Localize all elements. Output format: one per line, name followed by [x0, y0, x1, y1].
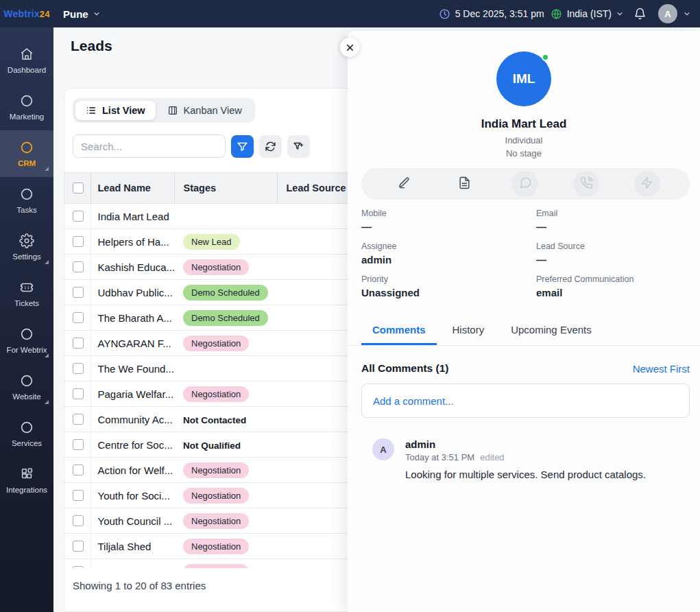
lead-name-cell[interactable]: The We Found...: [90, 356, 174, 381]
lead-name-cell[interactable]: Community Ac...: [90, 407, 174, 432]
lead-detail-panel: IML India Mart Lead Individual No stage …: [348, 31, 700, 612]
select-all-checkbox[interactable]: [73, 183, 84, 193]
comment-text: Looking for multiple services. Send prod…: [405, 469, 646, 480]
list-view-button[interactable]: List View: [75, 101, 156, 120]
timezone-selector[interactable]: India (IST): [551, 8, 623, 20]
sidebar-item-marketing[interactable]: Marketing: [0, 84, 53, 130]
lead-name-cell[interactable]: Tiljala Shed: [90, 534, 174, 559]
stage-badge: Negostiation: [183, 513, 249, 529]
lightning-icon: [640, 176, 653, 191]
stage-badge: Negostiation: [183, 336, 249, 351]
lead-name-cell[interactable]: Pagaria Welfar...: [90, 381, 174, 407]
lead-name-cell[interactable]: Helpers of Ha...: [90, 229, 174, 255]
lead-avatar: IML: [496, 51, 551, 106]
tab-history[interactable]: History: [442, 317, 496, 345]
row-checkbox[interactable]: [73, 287, 84, 298]
row-checkbox[interactable]: [73, 464, 84, 475]
sidebar-item-integrations[interactable]: Integrations: [0, 457, 53, 504]
kanban-view-button[interactable]: Kanban View: [157, 101, 252, 120]
filter-button[interactable]: [231, 135, 254, 158]
stage-cell: Not Contacted: [174, 407, 277, 432]
row-checkbox[interactable]: [73, 261, 84, 272]
user-avatar[interactable]: A: [658, 4, 677, 23]
row-checkbox[interactable]: [73, 439, 84, 450]
circle-icon: [19, 140, 34, 155]
row-checkbox[interactable]: [73, 211, 84, 222]
row-checkbox[interactable]: [73, 414, 84, 425]
lead-stage: No stage: [506, 148, 542, 158]
location-selector[interactable]: Pune: [63, 8, 100, 20]
detail-tabs: CommentsHistoryUpcoming Events: [348, 317, 700, 346]
field-value: —: [536, 221, 690, 233]
field-value: —: [361, 221, 536, 233]
document-icon: [458, 176, 471, 191]
app-logo[interactable]: Webtrix24: [3, 8, 49, 19]
stage-cell: Not Qualified: [174, 432, 277, 458]
lead-name-cell[interactable]: Action for Welf...: [90, 458, 174, 483]
close-panel-button[interactable]: [340, 38, 359, 57]
row-checkbox[interactable]: [73, 541, 84, 552]
sidebar-item-label: Dashboard: [8, 66, 46, 75]
tab-upcoming-events[interactable]: Upcoming Events: [500, 317, 603, 345]
sidebar-item-label: Website: [12, 392, 40, 401]
lead-name-cell[interactable]: AYNGARAN F...: [90, 331, 174, 356]
row-checkbox[interactable]: [73, 388, 84, 399]
field-preferred-communication: Preferred Communicationemail: [536, 274, 690, 298]
sidebar-item-services[interactable]: Services: [0, 410, 53, 457]
app-window: Webtrix24 Pune 5 Dec 2025, 3:51 pm India…: [0, 0, 700, 612]
document-action-button[interactable]: [452, 171, 478, 197]
gear-icon: [19, 233, 34, 248]
row-checkbox[interactable]: [73, 363, 84, 374]
comment-timestamp: Today at 3:51 PMedited: [405, 452, 646, 462]
lead-name-cell[interactable]: Centre for Soc...: [90, 432, 174, 458]
lead-name-cell[interactable]: Youth for Soci...: [90, 483, 174, 508]
row-checkbox[interactable]: [73, 312, 84, 323]
lead-name-cell[interactable]: India Mart Lead: [90, 204, 174, 229]
add-comment-input[interactable]: Add a comment...: [361, 384, 690, 418]
lead-type: Individual: [505, 135, 543, 145]
stage-text: Not Contacted: [183, 415, 246, 425]
row-checkbox[interactable]: [73, 515, 84, 526]
stage-cell: [174, 356, 277, 381]
sidebar-item-crm[interactable]: CRM: [0, 130, 53, 177]
sidebar-item-for-webtrix[interactable]: For Webtrix: [0, 317, 53, 364]
lead-name-cell[interactable]: [90, 559, 174, 569]
lead-name-cell[interactable]: Kashish Educa...: [90, 255, 174, 280]
chevron-down-icon[interactable]: [684, 10, 690, 17]
search-input[interactable]: [73, 134, 226, 158]
sidebar-item-label: For Webtrix: [6, 346, 47, 355]
sidebar-item-label: Marketing: [10, 113, 45, 121]
row-checkbox[interactable]: [73, 236, 84, 247]
sidebar-item-label: CRM: [18, 159, 36, 168]
lead-name-cell[interactable]: The Bharath A...: [90, 305, 174, 331]
lead-name-cell[interactable]: Youth Council ...: [90, 508, 174, 534]
refresh-button[interactable]: [259, 135, 282, 158]
circle-icon: [19, 187, 34, 202]
phone-action-button: [573, 171, 599, 197]
stage-cell: Demo Scheduled: [174, 280, 277, 305]
sidebar-item-settings[interactable]: Settings: [0, 224, 53, 270]
column-header-lead-name[interactable]: Lead Name: [90, 173, 174, 204]
stage-badge: Negostiation: [183, 462, 249, 478]
sidebar-item-website[interactable]: Website: [0, 364, 53, 410]
field-priority: PriorityUnassigned: [361, 274, 536, 298]
list-icon: [86, 105, 97, 116]
field-value: Unassigned: [361, 287, 536, 298]
funnel-icon: [237, 141, 248, 152]
sidebar-item-tasks[interactable]: Tasks: [0, 177, 53, 224]
stage-badge: Negostiation: [183, 259, 249, 275]
stage-text: Not Qualified: [183, 440, 241, 451]
edit-action-button[interactable]: [391, 171, 417, 197]
lead-name-cell[interactable]: Udbhav Public...: [90, 280, 174, 305]
row-checkbox[interactable]: [73, 338, 84, 349]
column-header-stages[interactable]: Stages: [174, 173, 277, 204]
add-filter-button[interactable]: [287, 135, 310, 158]
row-checkbox[interactable]: [73, 490, 84, 501]
notifications-bell-icon[interactable]: [633, 8, 647, 21]
sidebar-item-label: Settings: [12, 252, 41, 261]
sidebar-item-dashboard[interactable]: Dashboard: [0, 37, 53, 84]
sort-newest-first-link[interactable]: Newest First: [633, 363, 690, 375]
sidebar-item-tickets[interactable]: Tickets: [0, 270, 53, 317]
comment-author: admin: [405, 438, 646, 450]
tab-comments[interactable]: Comments: [361, 317, 437, 345]
